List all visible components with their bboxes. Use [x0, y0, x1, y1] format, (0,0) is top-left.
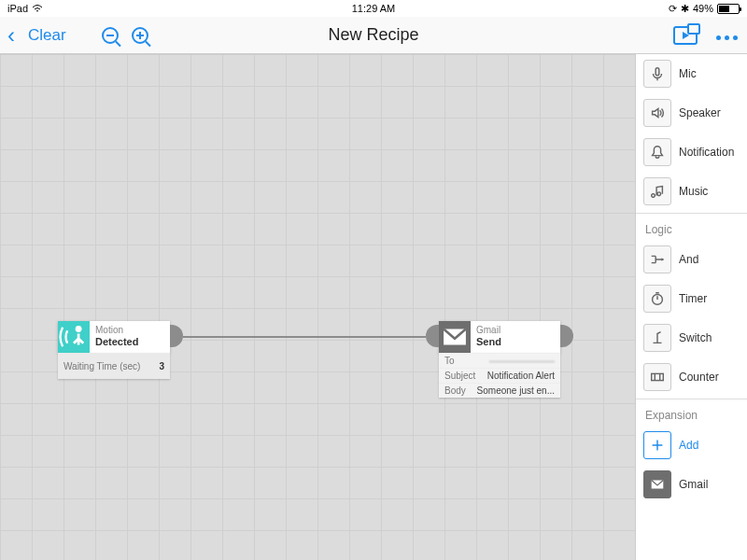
panel-item-counter[interactable]: Counter: [636, 357, 747, 397]
panel-item-label: Counter: [679, 371, 719, 384]
back-button[interactable]: ‹: [7, 22, 15, 49]
zoom-out-button[interactable]: [102, 27, 119, 44]
zoom-in-button[interactable]: [132, 27, 148, 44]
panel-item-label: Mic: [679, 67, 697, 80]
node-motion-category: Motion: [95, 325, 162, 335]
panel-item-label: Add: [679, 439, 698, 452]
node-motion-wait-value: 3: [159, 361, 164, 371]
motion-icon: [58, 321, 90, 353]
panel-item-speaker[interactable]: Speaker: [636, 93, 747, 133]
logic-section-title: Logic: [636, 216, 747, 240]
clock: 11:29 AM: [0, 3, 747, 14]
gmail-subject-value: Notification Alert: [487, 371, 555, 381]
gmail-subject-label: Subject: [444, 371, 475, 381]
panel-item-music[interactable]: Music: [636, 172, 747, 211]
status-bar: iPad 11:29 AM ⟳ ✱ 49%: [0, 0, 747, 17]
node-motion-wait-row[interactable]: Waiting Time (sec) 3: [58, 353, 170, 379]
canvas-grid: [0, 54, 635, 560]
speaker-icon: [643, 99, 671, 127]
envelope-icon: [439, 321, 471, 353]
panel-item-notification[interactable]: Notification: [636, 133, 747, 172]
node-gmail-category: Gmail: [476, 325, 553, 335]
canvas[interactable]: Motion Detected Waiting Time (sec) 3 Gma…: [0, 54, 635, 560]
node-motion[interactable]: Motion Detected: [58, 321, 170, 353]
gmail-to-row[interactable]: To ———————: [439, 353, 560, 368]
panel-item-gmail[interactable]: Gmail: [636, 465, 747, 504]
battery-icon: [717, 4, 740, 14]
node-motion-wait-label: Waiting Time (sec): [63, 361, 140, 371]
more-button[interactable]: [714, 27, 740, 44]
bell-icon: [643, 138, 671, 166]
panel-item-timer[interactable]: Timer: [636, 279, 747, 318]
svg-point-0: [76, 326, 82, 332]
panel-item-label: Timer: [679, 292, 707, 305]
component-panel[interactable]: Mic Speaker Notification Music Logic And…: [635, 54, 747, 560]
switch-icon: [643, 324, 671, 352]
counter-icon: [643, 363, 671, 391]
panel-item-label: Gmail: [679, 478, 708, 491]
envelope-icon: [643, 470, 671, 498]
gmail-to-label: To: [444, 356, 455, 366]
gmail-body-row[interactable]: Body Someone just en...: [439, 383, 560, 398]
panel-item-label: Notification: [679, 146, 734, 159]
divider: [636, 399, 747, 399]
clear-button[interactable]: Clear: [28, 26, 66, 45]
timer-icon: [643, 285, 671, 313]
mic-icon: [643, 60, 671, 88]
gmail-body-value: Someone just en...: [477, 385, 555, 396]
connection-wire[interactable]: [183, 336, 426, 338]
panel-item-label: Speaker: [679, 106, 721, 119]
panel-item-label: And: [679, 253, 698, 266]
node-gmail[interactable]: Gmail Send: [439, 321, 560, 353]
node-motion-action: Detected: [95, 336, 162, 347]
gmail-body-label: Body: [444, 385, 466, 396]
panel-item-label: Music: [679, 185, 708, 198]
gmail-subject-row[interactable]: Subject Notification Alert: [439, 368, 560, 383]
panel-item-and[interactable]: And: [636, 240, 747, 279]
node-gmail-action: Send: [476, 336, 553, 347]
music-icon: [643, 177, 671, 205]
panel-item-add[interactable]: Add: [636, 426, 747, 465]
panel-item-mic[interactable]: Mic: [636, 54, 747, 93]
svg-rect-4: [652, 373, 664, 380]
panel-item-switch[interactable]: Switch: [636, 318, 747, 357]
plus-icon: [643, 431, 671, 459]
divider: [636, 213, 747, 214]
expansion-section-title: Expansion: [636, 401, 747, 426]
node-gmail-props[interactable]: To ——————— Subject Notification Alert Bo…: [439, 353, 560, 398]
panel-item-label: Switch: [679, 331, 712, 344]
and-icon: [643, 245, 671, 273]
play-button[interactable]: [673, 26, 698, 45]
gmail-to-value: ———————: [489, 356, 555, 366]
toolbar: ‹ Clear New Recipe: [0, 17, 747, 54]
svg-rect-2: [655, 68, 659, 76]
